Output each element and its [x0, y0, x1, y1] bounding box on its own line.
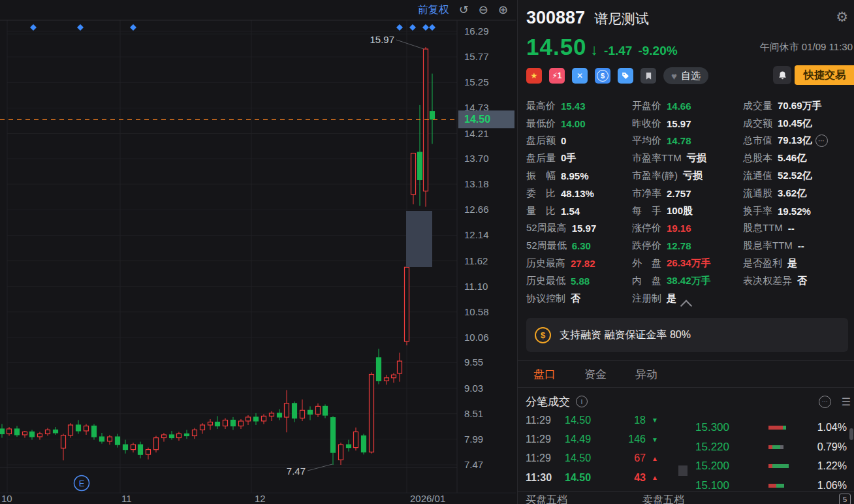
flash-icon[interactable]: ⚡1	[549, 68, 565, 84]
margin-trading-notice[interactable]: $ 支持融资 融资保证金率 80%	[526, 318, 848, 352]
quote-value: 亏损	[687, 152, 706, 165]
level-volume-bar	[768, 426, 786, 430]
session-status: 午间休市 01/09 11:30	[760, 41, 853, 54]
quote-row: 股息TTM--	[743, 220, 853, 238]
tick-list-scrollbar[interactable]	[678, 465, 688, 476]
tab-order-book[interactable]: 盘口	[533, 367, 556, 382]
candlestick-chart[interactable]: 16.2915.7715.2514.7314.2113.7013.1812.66…	[0, 0, 516, 504]
quote-value: 8.95%	[561, 170, 589, 181]
quote-label: 表决权差异	[743, 275, 792, 287]
quote-value: 6.30	[572, 240, 591, 251]
svg-text:10: 10	[1, 493, 12, 504]
undo-icon[interactable]: ↺	[459, 4, 469, 16]
quote-column-3: 成交量70.69万手成交额10.45亿总市值79.13亿⋯总股本5.46亿流通值…	[743, 97, 853, 307]
quote-label: 历史最低	[526, 275, 565, 287]
quote-label: 成交量	[743, 100, 772, 112]
quote-label: 振 幅	[526, 170, 556, 182]
tick-time: 11:29	[526, 452, 565, 464]
quote-column-2: 开盘价14.66昨收价15.97平均价14.78市盈率TTM亏损市盈率(静)亏损…	[632, 97, 743, 307]
more-options-icon[interactable]: ⋯	[819, 396, 831, 408]
quote-label: 昨收价	[632, 118, 661, 130]
price-level-row[interactable]: 15.3001.04%	[688, 418, 854, 437]
tick-row: 11:2914.49146▼	[518, 430, 681, 449]
level-price: 15.200	[695, 460, 741, 473]
level-percent: 0.79%	[817, 441, 847, 453]
quote-label: 总股本	[743, 152, 772, 165]
svg-text:13.18: 13.18	[464, 178, 489, 189]
svg-text:8.51: 8.51	[464, 408, 483, 419]
quote-value: 19.52%	[778, 206, 811, 217]
chart-toolbar: 前复权 ↺ ⊖ ⊕	[0, 0, 516, 20]
quick-trade-button[interactable]: 快捷交易	[795, 65, 854, 85]
tab-unusual-moves[interactable]: 异动	[635, 367, 657, 382]
quote-value: 12.78	[667, 240, 691, 251]
price-row: 14.50 ↓ -1.47 -9.20%	[526, 34, 678, 60]
depth-footer: 买盘五档 卖盘五档 5	[518, 491, 854, 504]
svg-text:7.47: 7.47	[287, 465, 306, 477]
tick-price: 14.50	[565, 452, 609, 464]
price-level-row[interactable]: 15.2001.22%	[688, 457, 854, 477]
level-percent: 1.04%	[817, 422, 847, 433]
svg-text:11.62: 11.62	[464, 255, 488, 266]
quote-row: 开盘价14.66	[632, 97, 743, 115]
quote-value: 1.54	[561, 206, 580, 217]
quote-row: 换手率19.52%	[743, 202, 853, 220]
svg-text:12: 12	[255, 493, 266, 504]
alert-bell-icon[interactable]	[773, 66, 791, 84]
quote-grid: 最高价15.43最低价14.00盘后额0盘后量0手振 幅8.95%委 比48.1…	[526, 97, 853, 307]
list-view-icon[interactable]: ☰	[842, 396, 851, 408]
quote-value: 3.62亿	[778, 187, 806, 200]
quote-value: 70.69万手	[778, 100, 822, 112]
quote-row: 表决权差异否	[743, 272, 853, 290]
last-price: 14.50	[526, 34, 587, 60]
level-price: 15.300	[695, 421, 741, 434]
quote-value: 否	[571, 292, 580, 305]
quote-value: 0	[561, 135, 566, 146]
quote-column-1: 最高价15.43最低价14.00盘后额0盘后量0手振 幅8.95%委 比48.1…	[526, 97, 632, 307]
quote-label: 跌停价	[632, 240, 661, 252]
sell-depth-label[interactable]: 卖盘五档	[642, 492, 684, 504]
cn-flag-icon[interactable]: ★	[526, 68, 542, 84]
tab-capital-flow[interactable]: 资金	[584, 367, 607, 382]
quote-value: 27.82	[571, 258, 595, 269]
dollar-icon[interactable]: $	[595, 68, 610, 84]
quote-value: 14.00	[561, 118, 586, 129]
price-level-list[interactable]: 15.3001.04%15.2200.79%15.2001.22%15.1001…	[688, 418, 854, 492]
buy-depth-label[interactable]: 买盘五档	[526, 492, 567, 504]
quote-label: 股息TTM	[743, 222, 783, 234]
svg-text:15.77: 15.77	[464, 51, 489, 62]
tick-trade-list[interactable]: 11:2914.5018▼11:2914.49146▼11:2914.5067▲…	[518, 415, 681, 492]
quote-value: 26.34万手	[667, 257, 711, 270]
market-badge-row: ★⚡1✕$♥自选	[526, 66, 708, 86]
quote-row: 盘后量0手	[526, 150, 632, 167]
bookmark-icon[interactable]	[640, 68, 656, 84]
quote-value: 2.757	[667, 188, 691, 199]
x-icon[interactable]: ✕	[572, 68, 588, 84]
quote-panel: 300887 谱尼测试 ⚙ 14.50 ↓ -1.47 -9.20% 午间休市 …	[517, 0, 854, 504]
tick-section-header: 分笔成交 i ⋯ ☰	[526, 388, 851, 415]
quote-label: 市净率	[632, 187, 661, 200]
price-level-row[interactable]: 15.1001.06%	[688, 476, 854, 492]
tick-volume: 146	[609, 433, 646, 445]
quote-row: 跌停价12.78	[632, 237, 743, 255]
zoom-in-icon[interactable]: ⊕	[498, 4, 508, 16]
quote-label: 量 比	[526, 205, 556, 217]
panel-scrollbar[interactable]	[849, 428, 853, 440]
add-watchlist-button[interactable]: ♥自选	[663, 67, 708, 84]
quote-value: 否	[797, 275, 807, 287]
price-level-row[interactable]: 15.2200.79%	[688, 437, 854, 457]
quote-value: 52.52亿	[778, 170, 812, 182]
quote-label: 每 手	[632, 205, 661, 217]
quote-row: 股息率TTM--	[743, 237, 853, 255]
tag-icon[interactable]	[618, 68, 633, 84]
market-cap-more-icon[interactable]: ⋯	[815, 134, 828, 147]
svg-text:12.66: 12.66	[464, 204, 489, 215]
tick-price: 14.50	[565, 472, 609, 484]
svg-text:9.03: 9.03	[464, 383, 483, 394]
quote-value: 5.46亿	[778, 152, 806, 165]
info-icon[interactable]: i	[576, 396, 588, 407]
settings-gear-icon[interactable]: ⚙	[836, 9, 848, 25]
zoom-out-icon[interactable]: ⊖	[479, 4, 488, 16]
adjust-mode-button[interactable]: 前复权	[418, 3, 449, 17]
quote-value: 14.78	[667, 135, 691, 146]
